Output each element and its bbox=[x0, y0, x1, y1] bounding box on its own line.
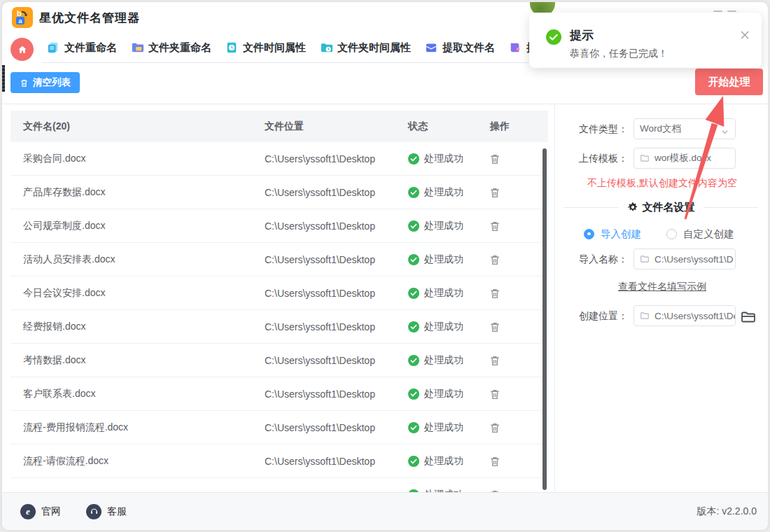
file-status: 处理成功 bbox=[408, 377, 463, 410]
radio-custom-create[interactable]: 自定义创建 bbox=[666, 227, 734, 241]
file-name: 今日会议安排.docx bbox=[23, 276, 105, 309]
success-check-icon bbox=[408, 153, 419, 164]
success-check-icon bbox=[408, 187, 419, 198]
status-text: 处理成功 bbox=[424, 388, 463, 400]
app-window: b a 星优文件名管理器 文件重命名文件夹重命名文件时间属性文件夹时间属性提取文… bbox=[1, 1, 769, 531]
nav-tab-label: 文件时间属性 bbox=[243, 41, 306, 55]
file-location: C:\Users\yssoft1\Desktop bbox=[265, 243, 375, 276]
delete-icon[interactable] bbox=[489, 421, 501, 434]
file-table: 文件名(20) 文件位置 状态 操作 采购合同.docx C:\Users\ys… bbox=[10, 111, 548, 492]
file-status: 处理成功 bbox=[408, 344, 463, 377]
file-status: 处理成功 bbox=[408, 209, 463, 242]
folder-rename-icon bbox=[131, 41, 144, 54]
folder-icon bbox=[640, 153, 650, 163]
file-status: 处理成功 bbox=[408, 310, 463, 343]
table-header: 文件名(20) 文件位置 状态 操作 bbox=[10, 111, 548, 142]
delete-icon[interactable] bbox=[489, 220, 501, 232]
clear-list-button[interactable]: 清空列表 bbox=[10, 72, 80, 93]
delete-icon[interactable] bbox=[489, 354, 501, 367]
toast-title: 提示 bbox=[570, 27, 594, 43]
radio-import-label: 导入创建 bbox=[601, 227, 641, 241]
status-text: 处理成功 bbox=[424, 220, 463, 232]
trash-icon bbox=[20, 78, 29, 88]
divider bbox=[564, 207, 619, 208]
toast-message: 恭喜你，任务已完成！ bbox=[570, 48, 668, 60]
nav-tab-label: 提取文件名 bbox=[442, 41, 495, 55]
success-check-icon bbox=[408, 355, 419, 366]
nav-tab-3[interactable]: 文件夹时间属性 bbox=[320, 41, 411, 55]
file-type-row: 文件类型： Word文档 bbox=[555, 118, 769, 139]
status-text: 处理成功 bbox=[424, 253, 463, 266]
template-value: wor模板.docx bbox=[654, 152, 711, 164]
table-row: 客户联系表.docx C:\Users\yssoft1\Desktop 处理成功 bbox=[10, 377, 548, 411]
table-row: 采购合同.docx C:\Users\yssoft1\Desktop 处理成功 bbox=[10, 142, 548, 176]
file-type-select[interactable]: Word文档 bbox=[634, 118, 736, 139]
file-location: C:\Users\yssoft1\Desktop bbox=[265, 411, 375, 444]
clear-list-label: 清空列表 bbox=[33, 76, 71, 89]
status-text: 处理成功 bbox=[424, 421, 463, 434]
filename-example-link[interactable]: 查看文件名填写示例 bbox=[555, 281, 769, 293]
radio-custom-label: 自定义创建 bbox=[683, 227, 734, 241]
file-location: C:\Users\yssoft1\Desktop bbox=[265, 444, 375, 477]
file-status: 处理成功 bbox=[408, 176, 463, 209]
success-check-icon bbox=[408, 388, 419, 400]
file-status: 处理成功 bbox=[408, 276, 463, 309]
table-row: 处理成功 bbox=[10, 478, 548, 492]
section-title: 文件名设置 bbox=[643, 201, 695, 214]
chevron-down-icon bbox=[721, 126, 729, 134]
template-input[interactable]: wor模板.docx bbox=[634, 148, 736, 169]
nav-tab-2[interactable]: 文件时间属性 bbox=[225, 41, 306, 55]
website-icon: e bbox=[20, 504, 36, 519]
toolbar: 清空列表 开始处理 bbox=[2, 66, 768, 104]
file-name: 采购合同.docx bbox=[23, 142, 85, 175]
file-name: 活动人员安排表.docx bbox=[23, 243, 115, 276]
folder-icon bbox=[640, 254, 650, 264]
delete-icon[interactable] bbox=[489, 186, 501, 199]
success-check-icon bbox=[408, 422, 419, 433]
import-name-row: 导入名称： C:\Users\yssoft1\D bbox=[555, 248, 769, 270]
divider bbox=[704, 207, 759, 208]
delete-icon[interactable] bbox=[489, 321, 501, 333]
delete-icon[interactable] bbox=[489, 455, 501, 468]
svg-text:a: a bbox=[18, 17, 22, 24]
file-status: 处理成功 bbox=[408, 411, 463, 444]
header-location: 文件位置 bbox=[265, 111, 304, 142]
support-link[interactable]: 客服 bbox=[86, 504, 127, 519]
start-button[interactable]: 开始处理 bbox=[695, 69, 763, 95]
table-row: 考情数据.docx C:\Users\yssoft1\Desktop 处理成功 bbox=[10, 344, 548, 377]
maximize-icon[interactable] bbox=[727, 10, 736, 12]
file-type-label: 文件类型： bbox=[555, 118, 628, 139]
official-site-link[interactable]: e 官网 bbox=[20, 504, 61, 519]
table-scrollbar[interactable] bbox=[542, 148, 547, 490]
file-name: 考情数据.docx bbox=[23, 344, 85, 377]
file-location: C:\Users\yssoft1\Desktop bbox=[265, 310, 375, 343]
radio-import-create[interactable]: 导入创建 bbox=[584, 227, 641, 241]
template-warning-text: 不上传模板,默认创建文件内容为空 bbox=[555, 177, 769, 190]
success-icon bbox=[546, 29, 561, 45]
nav-tab-label: 文件夹重命名 bbox=[148, 41, 211, 55]
header-status: 状态 bbox=[408, 111, 428, 142]
create-location-input[interactable]: C:\Users\yssoft1\De bbox=[634, 305, 736, 326]
status-text: 处理成功 bbox=[424, 455, 463, 468]
table-row: 流程-请假流程.docx C:\Users\yssoft1\Desktop 处理… bbox=[10, 444, 548, 478]
nav-tab-4[interactable]: 提取文件名 bbox=[425, 41, 495, 55]
nav-tab-1[interactable]: 文件夹重命名 bbox=[131, 41, 211, 55]
import-name-input[interactable]: C:\Users\yssoft1\D bbox=[634, 248, 736, 270]
filename-settings-section: 文件名设置 bbox=[564, 199, 758, 216]
success-check-icon bbox=[408, 288, 419, 299]
nav-tab-0[interactable]: 文件重命名 bbox=[47, 41, 117, 55]
file-name: 产品库存数据.docx bbox=[23, 176, 105, 209]
nav-tab-label: 文件重命名 bbox=[64, 41, 117, 55]
delete-icon[interactable] bbox=[489, 287, 501, 300]
home-button[interactable] bbox=[10, 38, 34, 61]
delete-icon[interactable] bbox=[489, 388, 501, 400]
delete-icon[interactable] bbox=[489, 253, 501, 266]
close-icon[interactable] bbox=[739, 29, 750, 41]
create-location-value: C:\Users\yssoft1\De bbox=[654, 311, 736, 321]
create-location-row: 创建位置： C:\Users\yssoft1\De bbox=[555, 305, 769, 326]
template-label: 上传模板： bbox=[555, 148, 628, 169]
table-row: 公司规章制度.docx C:\Users\yssoft1\Desktop 处理成… bbox=[10, 209, 548, 243]
browse-folder-icon[interactable] bbox=[740, 309, 757, 326]
minimize-icon[interactable] bbox=[713, 10, 722, 12]
delete-icon[interactable] bbox=[489, 153, 501, 165]
